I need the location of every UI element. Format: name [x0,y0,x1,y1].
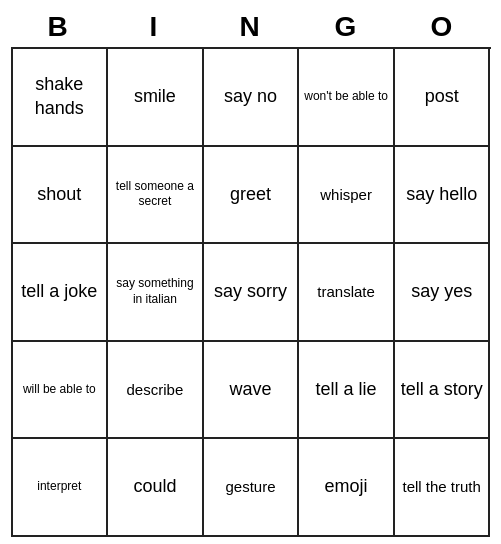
bingo-cell: tell a lie [299,342,395,440]
bingo-cell: gesture [204,439,300,537]
bingo-cell: tell a joke [13,244,109,342]
bingo-cell: describe [108,342,204,440]
bingo-cell: say hello [395,147,491,245]
bingo-cell: whisper [299,147,395,245]
header-letter: B [11,11,107,43]
bingo-cell: won't be able to [299,49,395,147]
bingo-header: BINGO [11,7,491,47]
bingo-cell: tell a story [395,342,491,440]
bingo-cell: shout [13,147,109,245]
bingo-board: BINGO shake handssmilesay nowon't be abl… [11,7,491,537]
bingo-cell: shake hands [13,49,109,147]
bingo-cell: tell the truth [395,439,491,537]
bingo-cell: wave [204,342,300,440]
header-letter: N [203,11,299,43]
bingo-cell: could [108,439,204,537]
bingo-cell: smile [108,49,204,147]
bingo-cell: translate [299,244,395,342]
bingo-cell: say sorry [204,244,300,342]
header-letter: O [395,11,491,43]
bingo-cell: emoji [299,439,395,537]
bingo-cell: say yes [395,244,491,342]
bingo-cell: post [395,49,491,147]
bingo-cell: say something in italian [108,244,204,342]
header-letter: G [299,11,395,43]
header-letter: I [107,11,203,43]
bingo-cell: say no [204,49,300,147]
bingo-cell: interpret [13,439,109,537]
bingo-grid: shake handssmilesay nowon't be able topo… [11,47,491,537]
bingo-cell: tell someone a secret [108,147,204,245]
bingo-cell: greet [204,147,300,245]
bingo-cell: will be able to [13,342,109,440]
